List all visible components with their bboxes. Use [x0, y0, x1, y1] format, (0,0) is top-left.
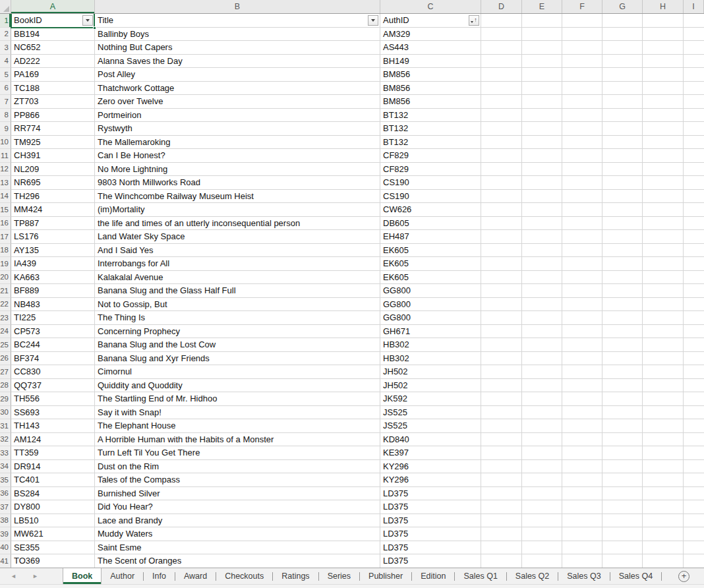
cell-authid[interactable]: BT132 [380, 136, 481, 150]
cell-empty[interactable] [522, 284, 562, 298]
cell-empty[interactable] [684, 55, 704, 69]
cell-title[interactable]: Banana Slug and the Glass Half Full [95, 284, 380, 298]
cell-empty[interactable] [602, 284, 643, 298]
row-header-32[interactable]: 32 [0, 433, 11, 447]
cell-empty[interactable] [522, 487, 562, 501]
cell-empty[interactable] [684, 311, 704, 325]
cell-empty[interactable] [481, 473, 522, 487]
cell-empty[interactable] [684, 541, 704, 555]
cell-empty[interactable] [481, 176, 522, 190]
cell-empty[interactable] [562, 190, 602, 204]
cell-empty[interactable] [522, 271, 562, 285]
cell-empty[interactable] [643, 230, 684, 244]
cell-empty[interactable] [684, 487, 704, 501]
cell-empty[interactable] [643, 379, 684, 393]
cell-authid[interactable]: LD375 [380, 541, 481, 555]
cell-authid[interactable]: HB302 [380, 338, 481, 352]
cell-empty[interactable] [684, 433, 704, 447]
cell-empty[interactable] [562, 527, 602, 541]
cell-empty[interactable] [522, 244, 562, 258]
cell-empty[interactable] [684, 338, 704, 352]
cell-empty[interactable] [643, 446, 684, 460]
cell-bookid[interactable]: QQ737 [11, 379, 95, 393]
cell-authid[interactable]: BT132 [380, 109, 481, 123]
cell-empty[interactable] [602, 176, 643, 190]
cell-empty[interactable] [643, 298, 684, 312]
cell-empty[interactable] [562, 311, 602, 325]
cell-bookid[interactable]: BS284 [11, 487, 95, 501]
cell-empty[interactable] [481, 500, 522, 514]
cell-empty[interactable] [602, 460, 643, 474]
cell-empty[interactable] [522, 163, 562, 177]
cell-title[interactable]: Not to Gossip, But [95, 298, 380, 312]
cell-bookid[interactable]: NL209 [11, 163, 95, 177]
cell-empty[interactable] [643, 554, 684, 568]
cell-empty[interactable] [602, 149, 643, 163]
cell-empty[interactable] [684, 284, 704, 298]
cell-title[interactable]: Nothing But Capers [95, 41, 380, 55]
cell-empty[interactable] [481, 406, 522, 420]
row-header-34[interactable]: 34 [0, 460, 11, 474]
tab-award[interactable]: Award [175, 568, 216, 584]
cell-empty[interactable] [522, 514, 562, 528]
cell-empty[interactable] [643, 365, 684, 379]
cell-empty[interactable] [684, 352, 704, 366]
cell-empty[interactable] [602, 203, 643, 217]
cell-authid[interactable]: BM856 [380, 95, 481, 109]
cell-authid[interactable]: LD375 [380, 487, 481, 501]
cell-empty[interactable] [481, 446, 522, 460]
cell-empty[interactable] [522, 298, 562, 312]
cell-empty[interactable] [684, 176, 704, 190]
row-header-26[interactable]: 26 [0, 352, 11, 366]
cell-empty[interactable] [684, 190, 704, 204]
cell-empty[interactable] [562, 433, 602, 447]
cell-empty[interactable] [481, 352, 522, 366]
cell-empty[interactable] [481, 14, 522, 28]
cell-empty[interactable] [562, 136, 602, 150]
cell-bookid[interactable]: TP887 [11, 217, 95, 231]
cell-bookid[interactable]: DR914 [11, 460, 95, 474]
row-header-29[interactable]: 29 [0, 392, 11, 406]
cell-title[interactable]: Say it with Snap! [95, 406, 380, 420]
cell-empty[interactable] [522, 95, 562, 109]
cell-bookid[interactable]: TC401 [11, 473, 95, 487]
cell-title[interactable]: Banana Slug and the Lost Cow [95, 338, 380, 352]
cell-title[interactable]: A Horrible Human with the Habits of a Mo… [95, 433, 380, 447]
cell-empty[interactable] [562, 406, 602, 420]
cell-empty[interactable] [562, 352, 602, 366]
filter-dropdown-title-button[interactable] [368, 15, 378, 26]
cell-empty[interactable] [562, 41, 602, 55]
cell-title[interactable]: The Scent of Oranges [95, 554, 380, 568]
cell-title[interactable]: The Elephant House [95, 419, 380, 433]
cell-empty[interactable] [562, 122, 602, 136]
cell-authid[interactable]: CF829 [380, 163, 481, 177]
cell-empty[interactable] [562, 392, 602, 406]
cell-empty[interactable] [522, 149, 562, 163]
cell-empty[interactable] [602, 406, 643, 420]
cell-bookid[interactable]: PA169 [11, 68, 95, 82]
cell-empty[interactable] [562, 257, 602, 271]
cell-empty[interactable] [684, 109, 704, 123]
cell-empty[interactable] [481, 298, 522, 312]
cell-empty[interactable] [562, 541, 602, 555]
row-header-9[interactable]: 9 [0, 122, 11, 136]
cell-title[interactable]: Dust on the Rim [95, 460, 380, 474]
cell-empty[interactable] [481, 244, 522, 258]
row-header-1[interactable]: 1 [0, 14, 11, 28]
row-header-20[interactable]: 20 [0, 271, 11, 285]
cell-authid[interactable]: GG800 [380, 298, 481, 312]
cell-empty[interactable] [481, 284, 522, 298]
cell-empty[interactable] [481, 190, 522, 204]
cell-empty[interactable] [684, 527, 704, 541]
row-header-37[interactable]: 37 [0, 500, 11, 514]
cell-empty[interactable] [481, 163, 522, 177]
cell-empty[interactable] [684, 244, 704, 258]
tab-ratings[interactable]: Ratings [273, 568, 318, 584]
cell-empty[interactable] [684, 271, 704, 285]
cell-empty[interactable] [643, 41, 684, 55]
cell-bookid[interactable]: CH391 [11, 149, 95, 163]
cell-bookid[interactable]: PP866 [11, 109, 95, 123]
cell-empty[interactable] [522, 122, 562, 136]
cell-empty[interactable] [684, 325, 704, 339]
cell-empty[interactable] [684, 163, 704, 177]
